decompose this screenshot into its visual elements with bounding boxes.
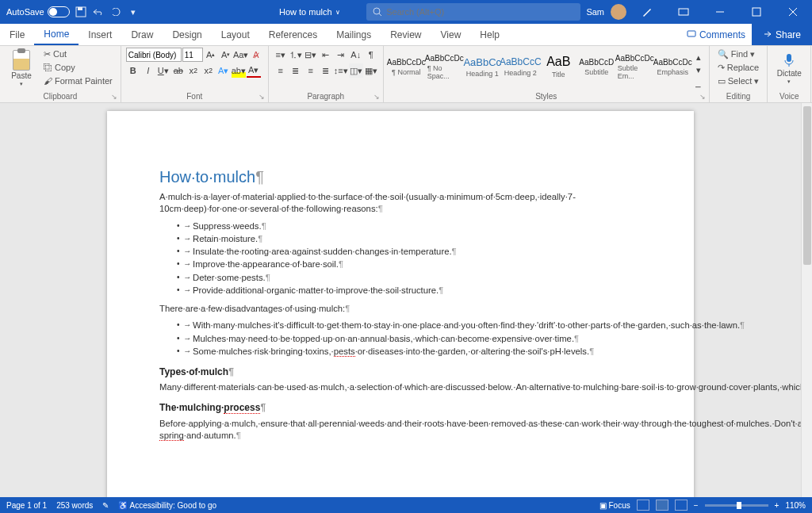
tab-file[interactable]: File <box>0 24 34 45</box>
sort-button[interactable]: A↓ <box>349 48 363 62</box>
minimize-button[interactable] <box>703 1 737 23</box>
redo-button[interactable] <box>109 6 122 18</box>
tab-draw[interactable]: Draw <box>121 24 163 45</box>
text-effects-button[interactable]: A▾ <box>216 63 231 78</box>
vertical-scrollbar[interactable] <box>801 103 812 497</box>
title-bar: AutoSave ▾ How to mulch ∨ Sam <box>0 0 812 24</box>
increase-indent-button[interactable]: ⇥ <box>334 48 348 62</box>
align-center-button[interactable]: ≣ <box>289 63 303 78</box>
user-avatar[interactable] <box>611 4 626 20</box>
scissors-icon: ✂ <box>44 49 51 59</box>
font-name-combo[interactable] <box>126 48 182 62</box>
style-emphasis[interactable]: AaBbCcDcEmphasis <box>655 48 691 86</box>
style-subtitle[interactable]: AaBbCcDSubtitle <box>579 48 615 86</box>
borders-button[interactable]: ▦▾ <box>364 63 378 78</box>
underline-button[interactable]: U▾ <box>156 63 170 78</box>
decrease-indent-button[interactable]: ⇤ <box>319 48 333 62</box>
strikethrough-button[interactable]: ab <box>171 63 186 78</box>
styles-more-button[interactable]: ▴▾⎯ <box>693 51 704 89</box>
autosave-toggle[interactable]: AutoSave <box>6 6 70 17</box>
close-button[interactable] <box>776 1 810 23</box>
svg-rect-1 <box>78 7 82 10</box>
tab-references[interactable]: References <box>259 24 327 45</box>
save-button[interactable] <box>75 6 87 18</box>
align-right-button[interactable]: ≡ <box>304 63 318 78</box>
grow-font-button[interactable]: A▴ <box>204 48 218 62</box>
font-launcher[interactable]: ↘ <box>259 93 266 101</box>
italic-button[interactable]: I <box>141 63 155 78</box>
paste-button[interactable]: Paste▾ <box>5 48 38 89</box>
style-heading-2[interactable]: AaBbCcCHeading 2 <box>503 48 538 86</box>
align-left-button[interactable]: ≡ <box>274 63 288 78</box>
tab-insert[interactable]: Insert <box>79 24 121 45</box>
pen-mode-button[interactable] <box>630 1 665 23</box>
font-size-combo[interactable] <box>182 48 203 62</box>
style--no-spac-[interactable]: AaBbCcDc¶ No Spac... <box>427 48 462 86</box>
maximize-button[interactable] <box>739 1 774 23</box>
tab-home[interactable]: Home <box>34 24 79 45</box>
document-scroll[interactable]: How·to·mulch¶ A·mulch·is·a·layer·of·mate… <box>0 103 801 497</box>
style-subtle-em-[interactable]: AaBbCcDcSubtle Em... <box>617 48 653 86</box>
format-painter-button[interactable]: 🖌Format Painter <box>40 75 116 87</box>
change-case-button[interactable]: Aa▾ <box>234 48 248 62</box>
tab-help[interactable]: Help <box>470 24 509 45</box>
zoom-in-button[interactable]: + <box>775 501 779 510</box>
spell-check-icon[interactable]: ✎ <box>102 501 109 510</box>
cut-button[interactable]: ✂Cut <box>40 48 116 60</box>
highlight-button[interactable]: ab▾ <box>232 63 246 78</box>
clear-format-button[interactable]: A̷ <box>249 48 263 62</box>
accessibility-status[interactable]: ♿ Accessibility: Good to go <box>118 501 216 510</box>
shading-button[interactable]: ◫▾ <box>349 63 363 78</box>
status-bar: Page 1 of 1 253 words ✎ ♿ Accessibility:… <box>0 497 812 513</box>
show-marks-button[interactable]: ¶ <box>364 48 378 62</box>
multilevel-button[interactable]: ⊟▾ <box>304 48 318 62</box>
word-count[interactable]: 253 words <box>56 501 93 510</box>
search-box[interactable] <box>366 3 580 21</box>
print-layout-button[interactable] <box>656 500 668 511</box>
copy-button[interactable]: ⿻Copy <box>40 61 116 74</box>
superscript-button[interactable]: x2 <box>201 63 216 78</box>
scrollbar-thumb[interactable] <box>803 106 811 265</box>
select-button[interactable]: ▭Select ▾ <box>714 75 763 87</box>
style-heading-1[interactable]: AaBbCcHeading 1 <box>465 48 500 86</box>
undo-button[interactable] <box>92 6 105 18</box>
bold-button[interactable]: B <box>126 63 140 78</box>
numbering-button[interactable]: ⒈▾ <box>289 48 303 62</box>
subscript-button[interactable]: x2 <box>186 63 201 78</box>
tab-review[interactable]: Review <box>381 24 431 45</box>
zoom-out-button[interactable]: − <box>694 501 699 510</box>
find-button[interactable]: 🔍Find ▾ <box>714 48 763 60</box>
ribbon-display-button[interactable] <box>666 1 701 23</box>
tab-mailings[interactable]: Mailings <box>327 24 381 45</box>
document-title[interactable]: How to mulch ∨ <box>279 7 340 17</box>
group-label: Editing <box>714 92 763 102</box>
tab-view[interactable]: View <box>431 24 471 45</box>
focus-mode-button[interactable]: ▣ Focus <box>599 501 630 510</box>
read-mode-button[interactable] <box>637 500 649 511</box>
justify-button[interactable]: ≣ <box>319 63 333 78</box>
tab-layout[interactable]: Layout <box>212 24 259 45</box>
comments-button[interactable]: Comments <box>680 24 752 45</box>
doc-paragraph: Before·applying·a·mulch,·ensure·that·all… <box>159 418 642 442</box>
clipboard-launcher[interactable]: ↘ <box>111 93 119 101</box>
line-spacing-button[interactable]: ↕≡▾ <box>334 63 348 78</box>
dictate-button[interactable]: Dictate▾ <box>772 48 806 89</box>
paragraph-launcher[interactable]: ↘ <box>373 93 381 101</box>
search-input[interactable] <box>386 7 574 17</box>
list-item: Mulches·may·need·to·be·topped·up·on·an·a… <box>177 333 642 345</box>
page-indicator[interactable]: Page 1 of 1 <box>6 501 47 510</box>
page[interactable]: How·to·mulch¶ A·mulch·is·a·layer·of·mate… <box>107 111 694 497</box>
bullets-button[interactable]: ≡▾ <box>274 48 288 62</box>
shrink-font-button[interactable]: A▾ <box>219 48 233 62</box>
tab-design[interactable]: Design <box>163 24 211 45</box>
zoom-slider[interactable] <box>705 504 768 507</box>
styles-launcher[interactable]: ↘ <box>699 93 707 101</box>
font-color-button[interactable]: A▾ <box>247 63 261 78</box>
style-title[interactable]: AaBTitle <box>541 48 576 86</box>
share-button[interactable]: Share <box>752 24 812 45</box>
replace-button[interactable]: ↷Replace <box>714 61 763 74</box>
web-layout-button[interactable] <box>675 500 688 511</box>
style--normal[interactable]: AaBbCcDc¶ Normal <box>389 48 424 86</box>
qat-dropdown[interactable]: ▾ <box>127 6 140 18</box>
zoom-level[interactable]: 110% <box>785 501 806 510</box>
